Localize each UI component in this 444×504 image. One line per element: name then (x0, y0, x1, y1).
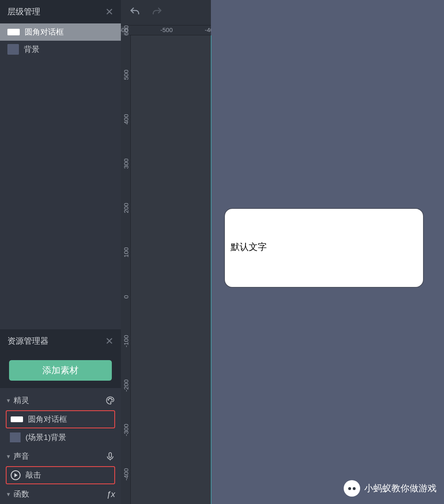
svg-rect-4 (109, 453, 111, 458)
play-icon (11, 470, 21, 480)
svg-point-1 (109, 398, 110, 399)
section-sprite[interactable]: ▼ 精灵 (6, 391, 115, 410)
dialog-box-element[interactable]: 默认文字 (224, 208, 424, 288)
ruler-tick: 200 (122, 203, 129, 213)
svg-point-3 (112, 400, 113, 400)
ruler-tick: -500 (160, 26, 173, 33)
ruler-tick: 300 (122, 158, 129, 169)
ruler-tick: -100 (122, 335, 129, 347)
layer-list: 圆角对话框 背景 (0, 23, 121, 58)
viewport[interactable]: 默认文字 (131, 35, 444, 504)
layer-item-label: 圆角对话框 (25, 27, 64, 37)
asset-item-dialog[interactable]: 圆角对话框 (6, 410, 115, 428)
layer-item-label: 背景 (24, 44, 39, 55)
swatch-icon (10, 432, 21, 442)
ruler-tick: 0 (122, 295, 129, 298)
hierarchy-panel-header: 层级管理 ✕ (0, 0, 121, 23)
add-asset-button[interactable]: 添加素材 (9, 360, 112, 381)
redo-icon[interactable] (151, 6, 163, 19)
wechat-icon (344, 480, 360, 497)
section-sound[interactable]: ▼ 声音 (6, 446, 115, 466)
dialog-text: 默认文字 (231, 242, 267, 252)
ruler-tick: -300 (122, 424, 129, 436)
ruler-vertical: 8007006005004003002001000-100-200-300-40… (121, 35, 131, 504)
guide-vertical[interactable] (211, 35, 211, 504)
ruler-tick: 100 (122, 247, 129, 257)
canvas-area: x: -6 -600-500-400-300-200-1000100200300… (121, 0, 444, 504)
undo-icon[interactable] (129, 6, 141, 19)
ruler-tick: -400 (122, 468, 129, 481)
swatch-icon (7, 44, 19, 55)
chevron-down-icon: ▼ (6, 398, 11, 404)
close-icon[interactable]: ✕ (105, 6, 113, 18)
swatch-icon (11, 416, 23, 422)
microphone-icon[interactable] (105, 451, 115, 461)
close-icon[interactable]: ✕ (105, 335, 113, 347)
section-function[interactable]: ▼ 函数 ƒx (6, 484, 115, 504)
asset-item-sound-knock[interactable]: 敲击 (6, 466, 115, 484)
layer-item-background[interactable]: 背景 (0, 41, 121, 58)
chevron-down-icon: ▼ (6, 491, 11, 497)
svg-point-2 (111, 398, 111, 399)
ruler-tick: 400 (122, 114, 129, 124)
resource-panel-header: 资源管理器 ✕ (0, 329, 121, 353)
ruler-tick: 600 (122, 25, 129, 35)
asset-item-background[interactable]: (场景1)背景 (6, 428, 115, 446)
fx-icon[interactable]: ƒx (106, 490, 115, 499)
resource-panel-title: 资源管理器 (7, 335, 49, 347)
swatch-icon (7, 29, 20, 35)
chevron-down-icon: ▼ (6, 453, 11, 460)
ruler-tick: -200 (122, 379, 129, 392)
ruler-tick: 500 (122, 69, 129, 80)
palette-icon[interactable] (105, 395, 115, 405)
layer-item-dialog[interactable]: 圆角对话框 (0, 23, 121, 41)
hierarchy-panel-title: 层级管理 (7, 6, 40, 17)
watermark: 小蚂蚁教你做游戏 (344, 480, 437, 497)
svg-point-0 (108, 400, 109, 400)
